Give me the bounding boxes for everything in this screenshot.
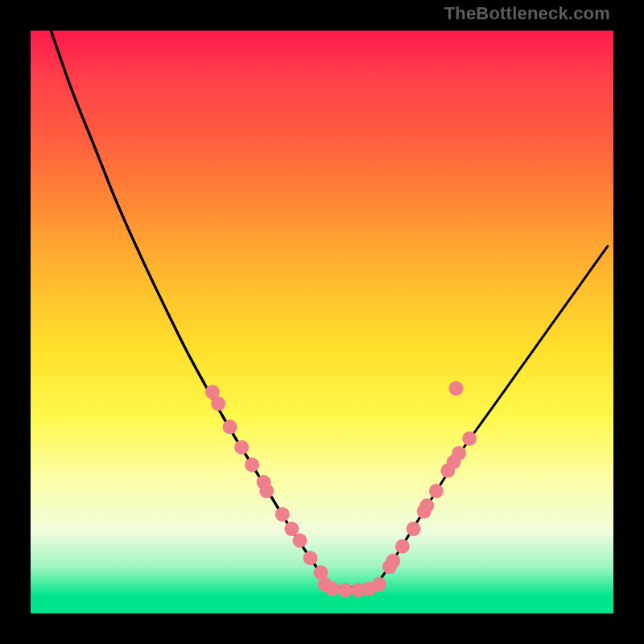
data-dot: [386, 554, 400, 568]
curve-segment: [51, 31, 328, 584]
chart-svg: [31, 31, 613, 613]
dot-layer: [205, 382, 477, 597]
data-dot: [407, 522, 421, 536]
data-dot: [462, 431, 477, 446]
outer-frame: TheBottleneck.com: [0, 0, 644, 644]
attribution-text: TheBottleneck.com: [444, 5, 610, 23]
data-dot: [275, 507, 290, 522]
data-dot: [447, 455, 461, 469]
data-dot: [429, 484, 444, 498]
data-dot: [234, 440, 249, 455]
data-dot: [292, 534, 307, 548]
curve-layer: [51, 31, 607, 587]
curve-segment: [374, 246, 608, 588]
data-dot: [259, 484, 274, 498]
data-dot: [211, 396, 225, 411]
data-dot: [395, 539, 410, 554]
data-dot: [223, 419, 237, 434]
data-dot: [303, 551, 318, 565]
data-dot: [284, 522, 299, 536]
data-dot: [338, 583, 353, 597]
data-dot: [245, 457, 259, 472]
plot-area: [31, 31, 613, 613]
data-dot: [449, 382, 464, 396]
data-dot: [419, 498, 434, 513]
data-dot: [325, 582, 340, 597]
data-dot: [372, 577, 386, 592]
